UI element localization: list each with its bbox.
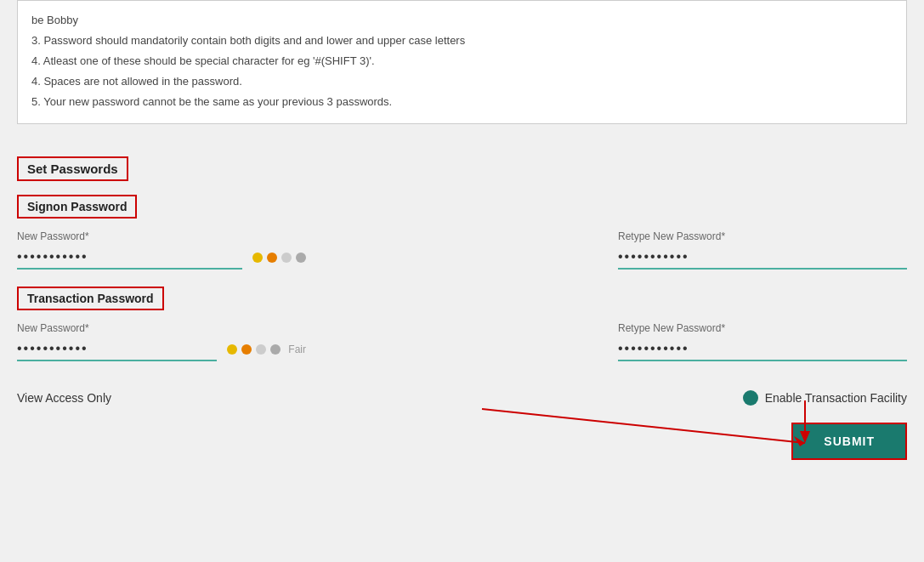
- signon-retype-password-input[interactable]: [618, 246, 907, 270]
- transaction-retype-password-group: Retype New Password*: [618, 322, 907, 361]
- strength-dot-4: [296, 253, 306, 263]
- signon-new-password-group: New Password*: [17, 230, 306, 270]
- txn-strength-dot-2: [241, 344, 252, 355]
- signon-strength-dots: [252, 253, 306, 263]
- transaction-new-password-label: New Password*: [17, 322, 306, 334]
- strength-dot-1: [252, 253, 263, 263]
- signon-password-header: Signon Password: [17, 195, 137, 219]
- transaction-strength-label: Fair: [288, 343, 306, 355]
- transaction-password-section: Transaction Password New Password* Fair …: [17, 287, 907, 361]
- info-line-5: 5. Your new password cannot be the same …: [31, 93, 893, 111]
- info-box: be Bobby 3. Password should mandatorily …: [17, 0, 907, 124]
- info-line-2: 3. Password should mandatorily contain b…: [31, 31, 893, 50]
- strength-dot-3: [281, 253, 292, 263]
- bottom-bar: View Access Only Enable Transaction Faci…: [17, 382, 907, 406]
- submit-button[interactable]: SUBMIT: [791, 423, 907, 460]
- enable-transaction-label: Enable Transaction Facility: [765, 391, 907, 405]
- txn-strength-dot-3: [256, 344, 266, 355]
- page-wrapper: be Bobby 3. Password should mandatorily …: [0, 0, 924, 562]
- info-line-3: 4. Atleast one of these should be specia…: [31, 52, 893, 71]
- signon-new-password-input[interactable]: [17, 246, 242, 270]
- set-passwords-section: Set Passwords: [0, 141, 924, 195]
- signon-password-section: Signon Password New Password* Retype New…: [17, 195, 907, 270]
- transaction-password-header: Transaction Password: [17, 287, 164, 310]
- transaction-strength-dots: Fair: [227, 343, 306, 355]
- transaction-retype-input-row: [618, 338, 907, 361]
- enable-transaction-group: Enable Transaction Facility: [743, 390, 907, 406]
- enable-transaction-toggle[interactable]: [743, 390, 758, 406]
- submit-area: SUBMIT: [17, 423, 907, 460]
- signon-new-password-label: New Password*: [17, 230, 306, 242]
- strength-dot-2: [267, 253, 277, 263]
- view-access-label: View Access Only: [17, 391, 111, 405]
- transaction-new-password-input-row: Fair: [17, 338, 306, 361]
- transaction-new-password-input[interactable]: [17, 338, 217, 361]
- transaction-new-password-group: New Password* Fair: [17, 322, 306, 361]
- set-passwords-label: Set Passwords: [17, 156, 128, 181]
- txn-strength-dot-1: [227, 344, 237, 355]
- transaction-retype-password-label: Retype New Password*: [618, 322, 907, 334]
- info-line-4: 4. Spaces are not allowed in the passwor…: [31, 72, 893, 91]
- transaction-retype-password-input[interactable]: [618, 338, 907, 361]
- info-line-1: be Bobby: [31, 11, 893, 30]
- signon-retype-input-row: [618, 246, 907, 270]
- svg-line-0: [482, 409, 805, 443]
- transaction-password-row: New Password* Fair Retype New Password*: [17, 322, 907, 361]
- signon-retype-password-label: Retype New Password*: [618, 230, 907, 242]
- signon-retype-password-group: Retype New Password*: [618, 230, 907, 270]
- signon-new-password-input-row: [17, 246, 306, 270]
- txn-strength-dot-4: [270, 344, 281, 355]
- signon-password-row: New Password* Retype New Password*: [17, 230, 907, 270]
